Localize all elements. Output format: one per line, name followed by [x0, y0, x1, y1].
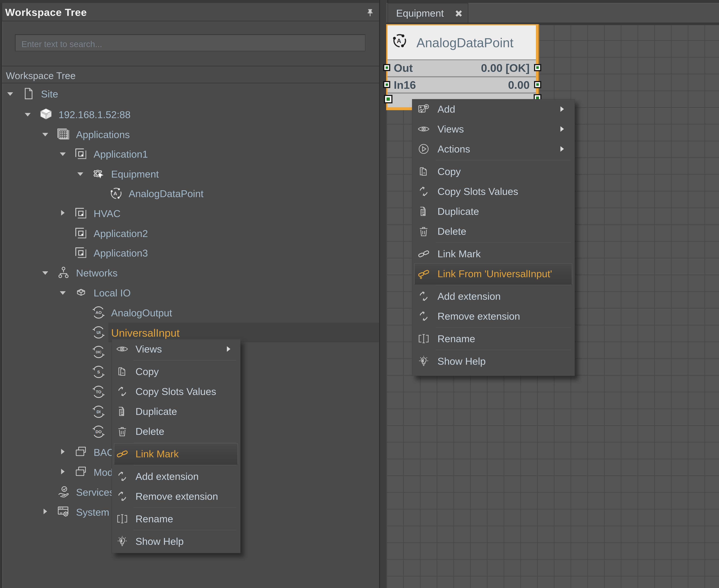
svg-text:TO: TO [96, 390, 101, 394]
svg-text:A: A [114, 190, 117, 196]
svg-text:AO: AO [96, 310, 102, 315]
svg-text:DI: DI [97, 410, 101, 414]
svg-text:DO: DO [96, 429, 102, 434]
svg-text:UI: UI [97, 330, 101, 335]
svg-text:DIC: DIC [96, 350, 102, 354]
svg-text:A: A [397, 38, 401, 44]
svg-text:S: S [97, 370, 100, 374]
